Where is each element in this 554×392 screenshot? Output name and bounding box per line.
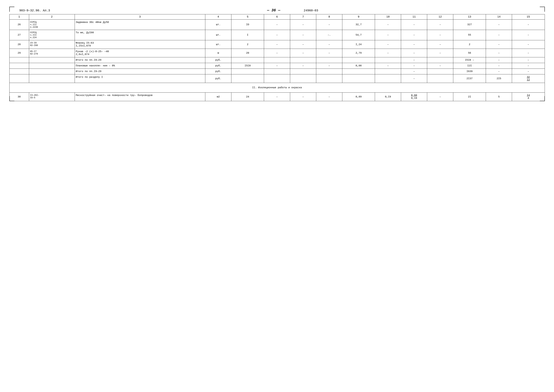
row-c12-30: –	[427, 93, 453, 101]
row-c13-s2: I639	[453, 69, 486, 74]
col-header-14: 14	[486, 14, 512, 20]
row-c6-s2	[264, 69, 290, 74]
summary-row: Итого по пп.I9–29 руб. – I639 – –	[9, 69, 545, 74]
page: 903–9–32.90. Ал.3 — 36 — 24960–03 1 2 3 …	[9, 7, 545, 101]
row-num-empty2	[9, 63, 29, 69]
row-c11-ir: –	[401, 74, 427, 83]
col-header-10: 10	[375, 14, 401, 20]
row-c13: 327	[453, 20, 486, 30]
row-c7-s2	[290, 69, 316, 74]
row-unit-30: м2	[205, 93, 231, 101]
row-c13: 2	[453, 40, 486, 49]
row-c7-ir	[290, 74, 316, 83]
row-ref-30: I3–26I– 33–5	[29, 93, 75, 101]
row-c9-s1	[342, 57, 375, 63]
row-c6-30: –	[264, 93, 290, 101]
row-c15-s2: –	[512, 69, 545, 74]
row-c11: –	[401, 20, 427, 30]
row-c9: 2,79	[342, 49, 375, 57]
row-c12: –	[427, 49, 453, 57]
row-unit-summary1: руб.	[205, 57, 231, 63]
row-c9-pl: 0,08	[342, 63, 375, 69]
row-c8-s1	[316, 57, 342, 63]
col-header-3: 3	[75, 14, 205, 20]
row-num: 26	[9, 20, 29, 30]
row-c7: –	[290, 30, 316, 40]
row-c10-30: 0,I9	[375, 93, 401, 101]
row-c10-pl: –	[375, 63, 401, 69]
row-qty: 2	[231, 40, 264, 49]
summary-row: Итого по пп.I9–29 руб. – I5I8 – – –	[9, 57, 545, 63]
row-c5-pl: I5I8	[231, 63, 264, 69]
row-c14-s2: –	[486, 69, 512, 74]
row-c8: –.	[316, 30, 342, 40]
row-c11: –	[401, 30, 427, 40]
header-page-number: — 36 —	[254, 8, 294, 13]
row-desc-summary2: Итого по пп.I9–29	[75, 69, 205, 74]
row-c12-s1	[427, 57, 453, 63]
row-num-empty	[9, 57, 29, 63]
row-c12-pl: –	[427, 63, 453, 69]
row-c7-s1	[290, 57, 316, 63]
row-ref: ССРСЦ ч.III п.224	[29, 30, 75, 40]
section-title-2: II. Изоляционные работы и окраска	[9, 83, 545, 93]
main-table: 1 2 3 4 5 6 7 8 9 10 11 12 13 14 15 26 С…	[9, 14, 545, 101]
header-code: 24960–03	[294, 9, 538, 12]
row-c13-s1: I5I8 –	[453, 57, 486, 63]
row-c15: –	[512, 20, 545, 30]
row-ref-empty3	[29, 69, 75, 74]
row-c10: –	[375, 40, 401, 49]
row-c11: –	[401, 49, 427, 57]
row-num: 29	[9, 49, 29, 57]
row-c10: –	[375, 49, 401, 57]
col-header-12: 12	[427, 14, 453, 20]
row-desc: Рукав –2 (х)–8–25– –40 2,6хI,074	[75, 49, 205, 57]
col-header-13: 13	[453, 14, 486, 20]
row-c15: –	[512, 30, 545, 40]
section-header-row: II. Изоляционные работы и окраска	[9, 83, 545, 93]
row-c11-s2: –	[401, 69, 427, 74]
corner-mark-bl	[9, 96, 14, 101]
row-c6-pl: –	[264, 63, 290, 69]
row-c9: 32,7	[342, 20, 375, 30]
row-c15: –	[512, 40, 545, 49]
row-c7: –	[290, 49, 316, 57]
row-desc: Фланец I5–63 I,I5xI,079	[75, 40, 205, 49]
row-c12-ir	[427, 74, 453, 83]
row-unit: шт.	[205, 30, 231, 40]
table-row: 29 05–I7 02–279 Рукав –2 (х)–8–25– –40 2…	[9, 49, 545, 57]
row-c9: 54,7	[342, 30, 375, 40]
col-header-9: 9	[342, 14, 375, 20]
col-header-1: 1	[9, 14, 29, 20]
row-c12: –	[427, 40, 453, 49]
row-ref: 05–I7 02–279	[29, 49, 75, 57]
row-ref-empty2	[29, 63, 75, 69]
col-header-2: 2	[29, 14, 75, 20]
row-c7-30: –	[290, 93, 316, 101]
row-c15-s1: –	[512, 57, 545, 63]
row-c8-s2	[316, 69, 342, 74]
row-c14: –	[486, 30, 512, 40]
row-unit: шт.	[205, 20, 231, 30]
row-c11: –	[401, 40, 427, 49]
row-ref-empty	[29, 57, 75, 63]
col-header-4: 4	[205, 14, 231, 20]
table-row: 27 ССРСЦ ч.III п.224 То же, ДуI00 шт. I …	[9, 30, 545, 40]
header-doc-number: 903–9–32.90. Ал.3	[19, 9, 254, 12]
row-c7: –	[290, 20, 316, 30]
row-ref: ССРСЦ ч.III п.2239	[29, 20, 75, 30]
corner-mark-br	[540, 96, 545, 101]
col-header-5: 5	[231, 14, 264, 20]
table-row: 30 I3–26I– 33–5 Пескоструйная очист– ка …	[9, 93, 545, 101]
row-unit: м	[205, 49, 231, 57]
row-c8: –	[316, 40, 342, 49]
row-c14-30: 5	[486, 93, 512, 101]
row-c8: –	[316, 20, 342, 30]
summary-row: Плановые накопле– ния – 8% руб. I5I8 – –…	[9, 63, 545, 69]
row-qty: 20	[231, 49, 264, 57]
row-c13: 56	[453, 49, 486, 57]
col-header-6: 6	[264, 14, 290, 20]
col-header-7: 7	[290, 14, 316, 20]
row-num-empty3	[9, 69, 29, 74]
row-c6: –	[264, 20, 290, 30]
